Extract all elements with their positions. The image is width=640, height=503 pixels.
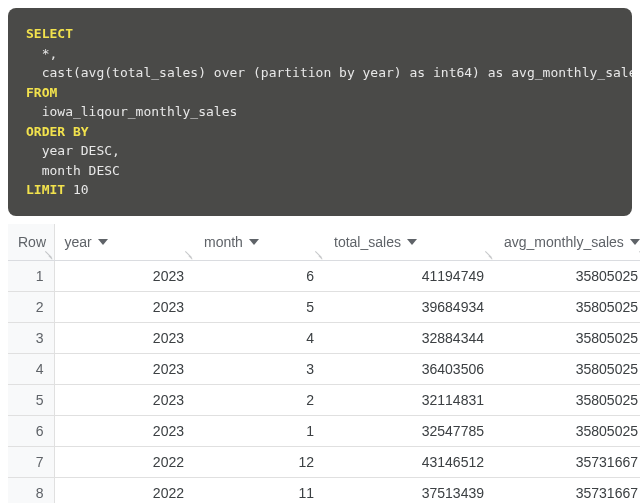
cell-year: 2022 [54, 477, 194, 503]
cell-rownum: 1 [8, 260, 54, 291]
sort-desc-icon[interactable] [407, 239, 417, 245]
cell-avg-monthly-sales: 35805025 [494, 384, 640, 415]
column-header-month-label: month [204, 234, 243, 250]
cell-avg-monthly-sales: 35805025 [494, 260, 640, 291]
sql-select-columns: *, cast(avg(total_sales) over (partition… [26, 46, 632, 81]
sql-from-table: iowa_liqour_monthly_sales [26, 104, 237, 119]
cell-month: 3 [194, 353, 324, 384]
cell-month: 2 [194, 384, 324, 415]
cell-avg-monthly-sales: 35731667 [494, 477, 640, 503]
cell-avg-monthly-sales: 35805025 [494, 291, 640, 322]
table-row[interactable]: 4202333640350635805025 [8, 353, 640, 384]
sql-code-block[interactable]: SELECT *, cast(avg(total_sales) over (pa… [8, 8, 632, 216]
column-header-total-sales[interactable]: total_sales [324, 224, 494, 261]
table-row[interactable]: 1202364119474935805025 [8, 260, 640, 291]
column-header-avg-label: avg_monthly_sales [504, 234, 624, 250]
column-header-year-label: year [65, 234, 92, 250]
cell-month: 1 [194, 415, 324, 446]
resize-handle-icon[interactable] [44, 250, 52, 258]
cell-rownum: 2 [8, 291, 54, 322]
results-table: Row year month total_sales [8, 224, 640, 504]
resize-handle-icon[interactable] [184, 250, 192, 258]
sql-keyword-from: FROM [26, 85, 57, 100]
table-row[interactable]: 3202343288434435805025 [8, 322, 640, 353]
sort-desc-icon[interactable] [249, 239, 259, 245]
cell-total-sales: 41194749 [324, 260, 494, 291]
cell-avg-monthly-sales: 35731667 [494, 446, 640, 477]
results-area: Row year month total_sales [8, 224, 632, 504]
table-row[interactable]: 2202353968493435805025 [8, 291, 640, 322]
table-row[interactable]: 6202313254778535805025 [8, 415, 640, 446]
sql-keyword-orderby: ORDER BY [26, 124, 89, 139]
cell-avg-monthly-sales: 35805025 [494, 353, 640, 384]
cell-avg-monthly-sales: 35805025 [494, 322, 640, 353]
cell-month: 6 [194, 260, 324, 291]
resize-handle-icon[interactable] [484, 250, 492, 258]
resize-handle-icon[interactable] [314, 250, 322, 258]
cell-year: 2023 [54, 260, 194, 291]
column-header-row[interactable]: Row [8, 224, 54, 261]
cell-avg-monthly-sales: 35805025 [494, 415, 640, 446]
cell-month: 12 [194, 446, 324, 477]
cell-rownum: 7 [8, 446, 54, 477]
cell-year: 2023 [54, 291, 194, 322]
cell-total-sales: 39684934 [324, 291, 494, 322]
cell-month: 11 [194, 477, 324, 503]
table-row[interactable]: 5202323211483135805025 [8, 384, 640, 415]
cell-year: 2022 [54, 446, 194, 477]
cell-year: 2023 [54, 322, 194, 353]
cell-rownum: 6 [8, 415, 54, 446]
sql-keyword-select: SELECT [26, 26, 73, 41]
cell-rownum: 3 [8, 322, 54, 353]
column-header-total-sales-label: total_sales [334, 234, 401, 250]
cell-total-sales: 37513439 [324, 477, 494, 503]
results-header-row: Row year month total_sales [8, 224, 640, 261]
column-header-month[interactable]: month [194, 224, 324, 261]
cell-year: 2023 [54, 353, 194, 384]
sql-limit-n: 10 [65, 182, 88, 197]
sql-order-columns: year DESC, month DESC [26, 143, 120, 178]
cell-total-sales: 32547785 [324, 415, 494, 446]
column-header-year[interactable]: year [54, 224, 194, 261]
sort-desc-icon[interactable] [630, 239, 640, 245]
cell-rownum: 8 [8, 477, 54, 503]
cell-total-sales: 43146512 [324, 446, 494, 477]
table-row[interactable]: 82022113751343935731667 [8, 477, 640, 503]
cell-rownum: 4 [8, 353, 54, 384]
cell-total-sales: 32114831 [324, 384, 494, 415]
column-header-avg-monthly-sales[interactable]: avg_monthly_sales [494, 224, 640, 261]
cell-total-sales: 32884344 [324, 322, 494, 353]
sql-keyword-limit: LIMIT [26, 182, 65, 197]
sort-desc-icon[interactable] [98, 239, 108, 245]
cell-month: 4 [194, 322, 324, 353]
column-header-row-label: Row [18, 234, 46, 250]
table-row[interactable]: 72022124314651235731667 [8, 446, 640, 477]
cell-rownum: 5 [8, 384, 54, 415]
cell-year: 2023 [54, 384, 194, 415]
cell-month: 5 [194, 291, 324, 322]
cell-total-sales: 36403506 [324, 353, 494, 384]
cell-year: 2023 [54, 415, 194, 446]
